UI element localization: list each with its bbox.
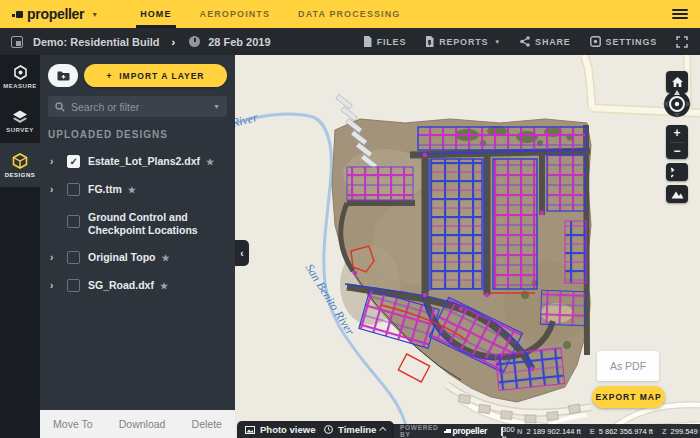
layer-row-sg-road[interactable]: › SG_Road.dxf★ bbox=[40, 272, 235, 300]
panel-collapse-handle[interactable]: ‹ bbox=[235, 240, 249, 266]
designs-panel: + IMPORT A LAYER ▼ UPLOADED DESIGNS › Es… bbox=[40, 55, 235, 438]
brand-name: propeller bbox=[27, 6, 84, 22]
mountain-icon bbox=[671, 190, 684, 199]
map-scale-bar: 300 ft bbox=[501, 427, 503, 436]
add-folder-button[interactable] bbox=[48, 64, 78, 87]
panel-actions: + IMPORT A LAYER bbox=[40, 55, 235, 87]
map-viewport[interactable]: River San Benito River + − bbox=[235, 55, 700, 438]
photo-icon bbox=[245, 426, 255, 434]
files-button[interactable]: FILES bbox=[363, 36, 407, 47]
expand-chevron-icon[interactable]: › bbox=[50, 155, 59, 168]
rail-item-measure[interactable]: MEASURE bbox=[0, 55, 40, 99]
layer-row-estate-lot-plans[interactable]: › Estate_Lot_Plans2.dxf★ bbox=[40, 148, 235, 176]
layer-row-ground-control[interactable]: › Ground Control and Checkpoint Location… bbox=[40, 204, 235, 244]
timeline-tab[interactable]: Timeline bbox=[316, 421, 394, 438]
cursor-coordinates: N2 189 902.144 ft E5 862 356.974 ft Z299… bbox=[517, 427, 700, 436]
section-title: UPLOADED DESIGNS bbox=[48, 129, 227, 140]
elevation-value: 299.549 ft bbox=[671, 427, 700, 436]
site-thumbnail-icon[interactable] bbox=[11, 36, 23, 48]
terrain-view-button[interactable] bbox=[666, 185, 688, 203]
designs-cube-icon bbox=[12, 153, 28, 169]
top-nav: HOME AEROPOINTS DATA PROCESSING bbox=[126, 0, 414, 28]
layer-checkbox[interactable] bbox=[67, 155, 80, 168]
propeller-logo-small: propeller bbox=[444, 426, 488, 436]
layer-checkbox[interactable] bbox=[67, 183, 80, 196]
import-layer-button[interactable]: + IMPORT A LAYER bbox=[84, 64, 227, 87]
layer-list: › Estate_Lot_Plans2.dxf★ › FG.ttm★ › Gro… bbox=[40, 140, 235, 410]
star-icon[interactable]: ★ bbox=[128, 185, 136, 195]
survey-layers-icon bbox=[12, 110, 28, 124]
zoom-in-button[interactable]: + bbox=[666, 125, 688, 142]
plus-icon: + bbox=[106, 71, 112, 81]
share-icon bbox=[520, 36, 530, 47]
toolbar-actions: FILES REPORTS ▼ SHARE SETTINGS bbox=[363, 36, 688, 48]
chevron-up-icon bbox=[380, 427, 387, 434]
zoom-control: + − bbox=[666, 125, 688, 159]
star-icon[interactable]: ★ bbox=[206, 157, 214, 167]
propeller-logo-icon bbox=[12, 9, 23, 20]
settings-icon bbox=[590, 36, 601, 47]
propeller-mark-icon bbox=[444, 428, 451, 435]
layer-checkbox[interactable] bbox=[67, 251, 80, 264]
tab-home[interactable]: HOME bbox=[126, 0, 185, 28]
compass-control[interactable] bbox=[662, 89, 692, 119]
expand-chevron-icon[interactable]: › bbox=[50, 251, 59, 264]
search-filter[interactable]: ▼ bbox=[48, 96, 227, 117]
export-as-pdf-option[interactable]: As PDF bbox=[597, 351, 659, 381]
easting-value: 5 862 356.974 ft bbox=[599, 427, 653, 436]
rotate-icon bbox=[671, 167, 683, 178]
tab-data-processing[interactable]: DATA PROCESSING bbox=[284, 0, 414, 28]
reset-rotation-button[interactable] bbox=[666, 163, 688, 181]
move-to-button[interactable]: Move To bbox=[53, 418, 93, 430]
northing-value: 2 189 902.144 ft bbox=[527, 427, 581, 436]
powered-by-label: POWERED BY bbox=[400, 424, 439, 438]
chevron-down-icon[interactable]: ▼ bbox=[213, 103, 220, 110]
site-toolbar: Demo: Residential Build › 28 Feb 2019 FI… bbox=[0, 28, 700, 55]
chevron-down-icon: ▼ bbox=[91, 11, 98, 18]
chevron-right-icon: › bbox=[172, 36, 176, 48]
folder-plus-icon bbox=[57, 71, 70, 81]
expand-chevron-icon[interactable]: › bbox=[50, 279, 59, 292]
site-name[interactable]: Demo: Residential Build bbox=[33, 36, 160, 48]
survey-date-icon bbox=[189, 36, 200, 47]
rail-item-designs[interactable]: DESIGNS bbox=[0, 143, 40, 187]
home-icon bbox=[672, 77, 683, 87]
chevron-left-icon: ‹ bbox=[240, 248, 243, 259]
file-icon bbox=[363, 36, 372, 47]
search-input[interactable] bbox=[71, 101, 213, 113]
delete-button[interactable]: Delete bbox=[192, 418, 222, 430]
chevron-down-icon: ▼ bbox=[494, 39, 501, 45]
panel-footer: Move To Download Delete bbox=[40, 410, 235, 438]
survey-date[interactable]: 28 Feb 2019 bbox=[208, 36, 270, 48]
download-button[interactable]: Download bbox=[119, 418, 166, 430]
report-icon bbox=[425, 36, 434, 47]
top-header: propeller ▼ HOME AEROPOINTS DATA PROCESS… bbox=[0, 0, 700, 28]
search-icon bbox=[55, 102, 65, 112]
layer-checkbox[interactable] bbox=[67, 279, 80, 292]
star-icon[interactable]: ★ bbox=[161, 253, 169, 263]
zoom-out-button[interactable]: − bbox=[666, 143, 688, 160]
fullscreen-icon[interactable] bbox=[676, 36, 688, 48]
tab-aeropoints[interactable]: AEROPOINTS bbox=[186, 0, 285, 28]
star-icon[interactable]: ★ bbox=[160, 281, 168, 291]
map-status-bar: POWERED BY propeller 300 ft N2 189 902.1… bbox=[392, 424, 700, 438]
clock-icon bbox=[324, 425, 333, 434]
rail-item-survey[interactable]: SURVEY bbox=[0, 99, 40, 143]
reports-button[interactable]: REPORTS ▼ bbox=[425, 36, 501, 47]
left-rail: MEASURE SURVEY DESIGNS bbox=[0, 55, 40, 438]
export-map-button[interactable]: EXPORT MAP bbox=[592, 386, 665, 408]
layer-checkbox[interactable] bbox=[67, 215, 80, 228]
layer-row-original-topo[interactable]: › Original Topo★ bbox=[40, 244, 235, 272]
share-button[interactable]: SHARE bbox=[520, 36, 571, 47]
layer-row-fg-ttm[interactable]: › FG.ttm★ bbox=[40, 176, 235, 204]
expand-chevron-icon[interactable]: › bbox=[50, 183, 59, 196]
menu-icon[interactable] bbox=[672, 7, 688, 21]
propeller-app: propeller ▼ HOME AEROPOINTS DATA PROCESS… bbox=[0, 0, 700, 438]
settings-button[interactable]: SETTINGS bbox=[590, 36, 657, 47]
propeller-logo[interactable]: propeller ▼ bbox=[12, 6, 98, 22]
measure-icon bbox=[13, 65, 28, 80]
